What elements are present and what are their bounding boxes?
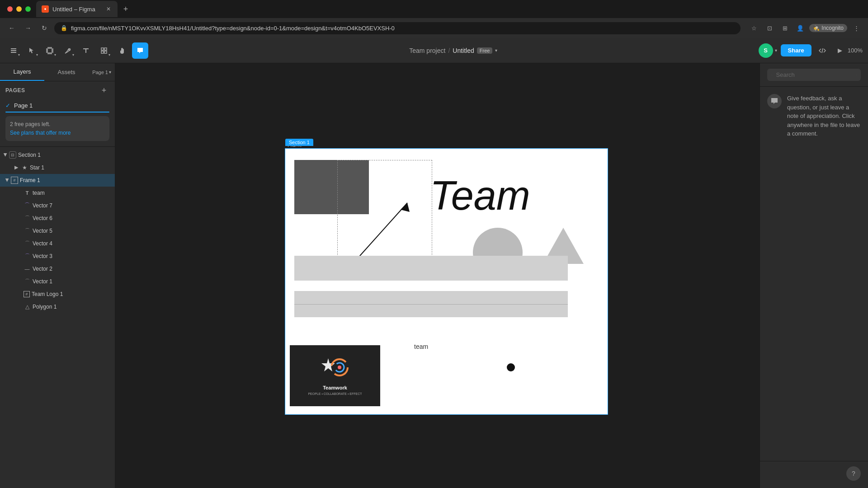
new-tab-btn[interactable]: +	[119, 3, 132, 15]
window-minimize-btn[interactable]	[16, 6, 22, 12]
user-avatar[interactable]: S	[759, 43, 773, 58]
file-name: Untitled	[453, 47, 474, 54]
comment-section: Give feedback, ask a question, or just l…	[760, 87, 868, 461]
teamwork-subtext: PEOPLE • COLLABORATE • EFFECT	[308, 392, 362, 395]
back-btn[interactable]: ←	[5, 22, 18, 34]
polygon-1-layer[interactable]: △ Polygon 1	[0, 300, 115, 313]
search-box[interactable]	[767, 69, 861, 81]
comment-tool[interactable]	[132, 42, 148, 59]
profile-btn[interactable]: 👤	[794, 22, 807, 34]
breadcrumb-sep: /	[448, 47, 450, 54]
help-button[interactable]: ?	[846, 466, 861, 481]
vector-2-layer[interactable]: — Vector 2	[0, 263, 115, 275]
vector-5-name: Vector 5	[33, 228, 109, 234]
incognito-badge[interactable]: 🕵 Incognito	[809, 24, 847, 32]
frame-1-layer[interactable]: ▶ # Frame 1 🔒 👁	[0, 174, 115, 187]
page-1-item[interactable]: ✓ Page 1	[0, 99, 115, 112]
play-btn[interactable]: ▶	[833, 45, 847, 56]
team-canvas-text: team	[414, 343, 428, 350]
vector-6-layer[interactable]: ⌒ Vector 6	[0, 212, 115, 225]
polygon-1-name: Polygon 1	[33, 304, 109, 310]
tab-layers[interactable]: Layers	[0, 63, 44, 81]
vector-1-icon: ⌒	[24, 278, 31, 285]
window-controls	[4, 6, 34, 12]
star-1-layer[interactable]: ▶ ★ Star 1	[0, 161, 115, 174]
url-text: figma.com/file/nMSTY1OKvvXSMLY18HsH41/Un…	[71, 25, 734, 32]
free-badge: Free	[477, 47, 493, 54]
right-panel: Give feedback, ask a question, or just l…	[760, 63, 868, 488]
team-logo-layer[interactable]: # Team Logo 1	[0, 288, 115, 300]
frame-tool[interactable]: ▾	[42, 42, 58, 59]
section-icon: ⊟	[9, 151, 16, 159]
comment-guide-text: Give feedback, ask a question, or just l…	[787, 94, 861, 138]
bar-line	[294, 304, 568, 305]
hand-tool[interactable]	[114, 42, 130, 59]
section-1-canvas-label: Section 1	[285, 139, 313, 146]
browser-tab-active[interactable]: Untitled – Figma ✕	[36, 1, 118, 17]
vector-4-icon: ⌒	[24, 240, 31, 247]
avatar-chevron[interactable]: ▾	[775, 48, 777, 53]
vector-4-layer[interactable]: ⌒ Vector 4	[0, 237, 115, 250]
vector-5-icon: ⌒	[24, 227, 31, 235]
window-close-btn[interactable]	[7, 6, 13, 12]
teamwork-text: Teamwork	[323, 385, 347, 390]
filter-icon[interactable]	[856, 72, 857, 78]
main-content: Layers Assets Page 1 ▾ Pages + ✓ Page 1 …	[0, 63, 868, 488]
menu-btn[interactable]: ⋮	[850, 22, 863, 34]
extensions-btn[interactable]: ⊞	[778, 22, 791, 34]
search-input[interactable]	[776, 71, 852, 78]
vector-7-layer[interactable]: ⌒ Vector 7	[0, 199, 115, 212]
section-1-name: Section 1	[18, 152, 111, 158]
badge-chevron[interactable]: ▾	[495, 48, 497, 53]
share-button[interactable]: Share	[781, 44, 811, 56]
vector-3-layer[interactable]: ⌒ Vector 3	[0, 250, 115, 263]
section-1-header[interactable]: ▶ ⊟ Section 1	[0, 149, 115, 161]
svg-marker-16	[401, 203, 410, 212]
figma-favicon	[42, 5, 49, 13]
incognito-label: Incognito	[821, 25, 844, 31]
free-notice-link[interactable]: See plans that offer more	[10, 130, 71, 136]
polygon-1-icon: △	[24, 303, 31, 310]
vector-5-layer[interactable]: ⌒ Vector 5	[0, 225, 115, 237]
vector-6-icon: ⌒	[24, 215, 31, 222]
project-name[interactable]: Team project	[409, 47, 445, 54]
breadcrumb: Team project / Untitled Free ▾	[409, 47, 497, 54]
visibility-icon[interactable]: 👁	[102, 177, 109, 184]
add-page-btn[interactable]: +	[99, 85, 109, 96]
move-tool[interactable]: ▾	[24, 42, 40, 59]
code-view-btn[interactable]	[815, 43, 830, 58]
panel-tabs: Layers Assets Page 1 ▾	[0, 63, 115, 81]
team-text-layer[interactable]: T team	[0, 187, 115, 199]
text-tool[interactable]	[78, 42, 94, 59]
forward-btn[interactable]: →	[22, 22, 34, 34]
window-maximize-btn[interactable]	[25, 6, 31, 12]
lock-icon[interactable]: 🔒	[93, 177, 100, 184]
tab-assets[interactable]: Assets	[44, 63, 89, 81]
browser-chrome: Untitled – Figma ✕ + ← → ↻ 🔒 figma.com/f…	[0, 0, 868, 38]
page-selector[interactable]: Page 1	[92, 70, 108, 75]
components-tool[interactable]: ▾	[96, 42, 112, 59]
pen-tool[interactable]: ▾	[60, 42, 76, 59]
canvas[interactable]: Frame Section 1 Team	[115, 63, 760, 488]
screen-share-btn[interactable]: ⊡	[763, 22, 776, 34]
vector-2-icon: —	[24, 265, 31, 272]
section-expand-icon: ▶	[3, 153, 8, 157]
menu-btn[interactable]: ▾	[5, 42, 22, 59]
url-bar[interactable]: 🔒 figma.com/file/nMSTY1OKvvXSMLY18HsH41/…	[54, 22, 741, 34]
play-group: ▶ 100%	[833, 45, 863, 56]
page-indicator	[5, 112, 109, 113]
zoom-level[interactable]: 100%	[848, 47, 863, 54]
black-dot	[507, 363, 515, 371]
vector-1-layer[interactable]: ⌒ Vector 1	[0, 275, 115, 288]
vector-2-name: Vector 2	[33, 266, 109, 272]
design-frame[interactable]: Section 1 Team	[285, 148, 608, 415]
bookmark-btn[interactable]: ☆	[748, 22, 760, 34]
comment-item: Give feedback, ask a question, or just l…	[767, 94, 861, 138]
tab-close-btn[interactable]: ✕	[105, 5, 112, 13]
svg-rect-1	[11, 48, 16, 49]
refresh-btn[interactable]: ↻	[38, 22, 51, 34]
panel-divider	[0, 146, 115, 147]
svg-rect-11	[104, 48, 107, 50]
vector-3-name: Vector 3	[33, 253, 109, 259]
page-selector-chevron[interactable]: ▾	[109, 70, 111, 75]
